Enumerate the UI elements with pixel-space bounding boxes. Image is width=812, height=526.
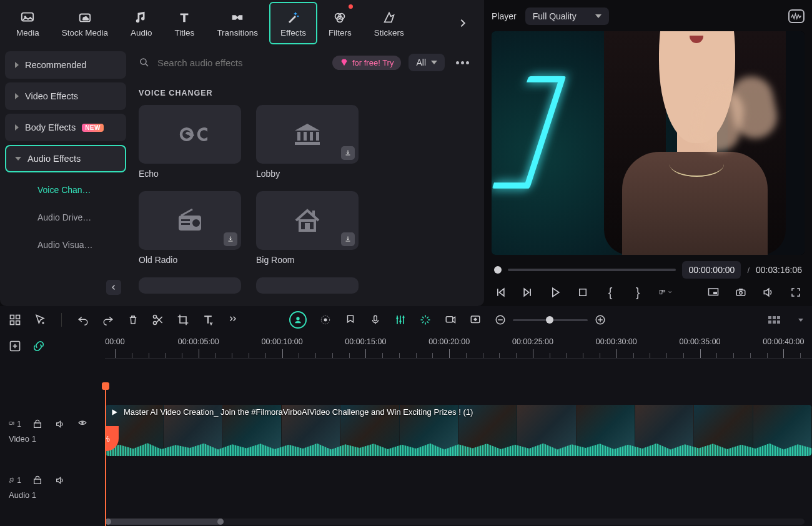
text-button[interactable] [202,314,214,326]
fullscreen-button[interactable] [790,286,802,299]
track-mute-button[interactable] [54,418,66,430]
tab-transitions[interactable]: Transitions [205,2,269,44]
mark-in-button[interactable]: { [604,286,616,299]
sidebar-item-body-effects[interactable]: Body Effects NEW [5,114,126,141]
svg-rect-28 [11,315,14,319]
crop-button[interactable] [177,314,189,326]
video-preview[interactable] [492,31,805,255]
waveform-scope-button[interactable] [788,9,805,23]
sidebar-sub-audio-visual[interactable]: Audio Visua… [5,231,126,259]
tab-stock-media[interactable]: Stock Media [51,2,119,44]
svg-rect-20 [580,289,587,296]
track-visibility-button[interactable] [76,418,89,430]
link-tracks-button[interactable] [32,340,45,352]
video-clip[interactable]: Master AI Video Creation_ Join the #Film… [105,405,812,456]
effects-quick-button[interactable] [319,314,332,326]
svg-point-33 [154,322,157,325]
sidebar-item-audio-effects[interactable]: Audio Effects [5,145,126,172]
keyframe-button[interactable] [469,314,482,326]
effect-card-old-radio[interactable]: Old Radio [139,191,241,265]
svg-rect-25 [736,290,745,295]
zoom-slider-thumb[interactable] [546,316,553,324]
ruler-label: 00:00:20:00 [428,337,470,346]
time-sep: / [747,265,750,275]
ai-avatar-button[interactable] [289,311,307,329]
next-frame-button[interactable] [522,286,534,299]
bank-icon [292,122,322,147]
sidebar-item-recommended[interactable]: Recommended [5,51,126,79]
timeline-ruler[interactable]: 00:0000:00:05:0000:00:10:0000:00:15:0000… [105,334,812,359]
track-lock-button[interactable] [31,418,44,430]
redo-button[interactable] [102,314,114,326]
tab-filters[interactable]: Filters [317,2,363,44]
preview-frame [492,31,805,255]
progress-handle[interactable] [494,266,502,274]
quality-select[interactable]: Full Quality [525,7,609,25]
tab-titles[interactable]: Titles [164,2,206,44]
timeline-view-toggle[interactable] [768,316,782,324]
marker-button[interactable] [344,314,357,326]
track-mute-button[interactable] [54,474,66,487]
more-tools-button[interactable] [227,314,239,326]
auto-beat-button[interactable] [419,314,432,326]
sidebar-sub-voice-changer[interactable]: Voice Chan… [5,176,126,204]
tab-stickers[interactable]: Stickers [363,2,415,44]
snapshot-button[interactable] [735,286,747,299]
sidebar-item-video-effects[interactable]: Video Effects [5,82,126,110]
volume-button[interactable] [762,286,775,299]
waveform-icon [791,12,802,20]
search-input[interactable] [157,57,325,68]
effect-card-lobby[interactable]: Lobby [256,105,359,179]
pip-button[interactable] [707,286,720,299]
effect-card-hidden[interactable] [139,277,241,294]
stop-button[interactable] [577,286,589,299]
svg-point-35 [296,317,299,320]
download-icon [341,232,355,246]
transitions-icon [229,9,245,26]
chevron-down-icon [15,157,21,161]
zoom-out-button[interactable] [494,314,507,326]
audio-track-icon: 1 [9,474,21,487]
filter-select[interactable]: All [408,54,445,71]
effect-card-echo[interactable]: Echo [139,105,241,179]
quality-label: Full Quality [533,11,577,21]
sidebar-sub-audio-drive[interactable]: Audio Drive… [5,204,126,231]
add-track-button[interactable] [9,340,21,352]
ruler-label: 00:00:35:00 [680,337,721,346]
playhead[interactable] [105,386,106,526]
progress-track[interactable] [508,269,676,271]
play-button[interactable] [549,286,562,299]
mark-out-button[interactable]: } [631,286,644,299]
undo-button[interactable] [77,314,89,326]
tab-media[interactable]: Media [5,2,51,44]
voiceover-button[interactable] [369,314,382,326]
new-badge: NEW [82,124,104,132]
tab-effects[interactable]: Effects [269,2,317,44]
prev-frame-button[interactable] [494,286,507,299]
svg-rect-27 [739,289,743,290]
effect-card-hidden[interactable] [256,277,359,294]
split-button[interactable] [152,314,164,326]
selection-tool-button[interactable] [34,314,46,326]
effects-sidebar: Recommended Video Effects Body Effects N… [0,46,131,306]
zoom-in-button[interactable] [594,314,607,326]
try-free-pill[interactable]: for free! Try [332,56,401,70]
sidebar-collapse-button[interactable] [106,280,121,295]
track-lock-button[interactable] [31,474,44,487]
tab-audio[interactable]: Audio [119,2,164,44]
render-button[interactable] [444,314,457,326]
timeline-scrollbar[interactable] [105,519,805,525]
zoom-slider[interactable] [513,319,588,321]
timeline-scroll-thumb[interactable] [105,519,224,525]
effect-label: Old Radio [139,255,241,265]
audio-mixer-button[interactable] [394,314,407,326]
delete-button[interactable] [127,314,139,326]
effect-card-big-room[interactable]: Big Room [256,191,359,265]
layout-grid-button[interactable] [9,314,21,326]
player-title: Player [492,11,517,21]
layout-button[interactable] [659,286,671,299]
diamond-icon [340,58,349,67]
more-menu-button[interactable] [452,61,473,64]
cloud-media-icon [77,9,93,26]
tabs-scroll-right[interactable] [447,15,479,31]
